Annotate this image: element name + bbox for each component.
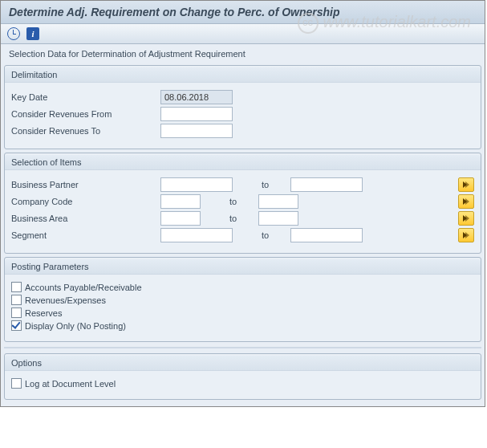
group-title: Posting Parameters	[5, 259, 481, 275]
checkbox-label: Revenues/Expenses	[25, 295, 106, 305]
multiple-selection-button[interactable]	[458, 228, 474, 242]
group-selection: Selection of Items Business PartnertoCom…	[4, 153, 481, 254]
key-date-field[interactable]	[160, 90, 233, 104]
group-options: Options Log at Document Level	[4, 353, 481, 400]
sel-to-field[interactable]	[258, 194, 298, 209]
sel-from-field[interactable]	[160, 211, 201, 226]
sel-label: Business Area	[11, 214, 156, 223]
to-label: to	[229, 214, 254, 223]
sel-from-field[interactable]	[160, 177, 233, 192]
rev-from-label: Consider Revenues From	[11, 109, 156, 119]
rev-to-field[interactable]	[160, 124, 233, 138]
checkbox[interactable]	[11, 320, 22, 331]
section-header: Selection Data for Determination of Adju…	[4, 46, 481, 62]
to-label: to	[262, 180, 286, 189]
checkbox-label: Display Only (No Posting)	[25, 321, 126, 331]
group-posting: Posting Parameters Accounts Payable/Rece…	[4, 257, 481, 342]
sel-label: Segment	[11, 230, 156, 240]
sel-from-field[interactable]	[160, 228, 233, 242]
key-date-label: Key Date	[11, 92, 156, 102]
sel-label: Business Partner	[11, 180, 156, 189]
multiple-selection-button[interactable]	[458, 177, 474, 192]
sel-to-field[interactable]	[290, 177, 363, 192]
sel-to-field[interactable]	[258, 211, 298, 226]
rev-to-label: Consider Revenues To	[11, 126, 156, 136]
sel-label: Company Code	[11, 197, 156, 206]
checkbox[interactable]	[11, 378, 22, 389]
info-icon[interactable]: i	[26, 27, 39, 40]
group-title: Selection of Items	[5, 155, 481, 170]
checkbox[interactable]	[11, 307, 22, 318]
to-label: to	[229, 197, 254, 206]
sel-to-field[interactable]	[290, 228, 363, 242]
checkbox[interactable]	[11, 295, 22, 305]
checkbox-label: Reserves	[25, 308, 62, 318]
checkbox-label: Log at Document Level	[25, 379, 116, 389]
divider	[4, 347, 481, 348]
multiple-selection-button[interactable]	[458, 194, 474, 209]
window-title: Determine Adj. Requirement on Change to …	[1, 1, 485, 24]
rev-from-field[interactable]	[160, 107, 233, 121]
group-delimitation: Delimitation Key Date Consider Revenues …	[4, 65, 481, 149]
to-label: to	[262, 230, 286, 240]
sel-from-field[interactable]	[160, 194, 201, 209]
checkbox[interactable]	[11, 282, 22, 292]
group-title: Delimitation	[5, 67, 481, 83]
multiple-selection-button[interactable]	[458, 211, 474, 226]
checkbox-label: Accounts Payable/Receivable	[25, 283, 142, 292]
toolbar: i	[1, 24, 485, 44]
group-title: Options	[5, 356, 481, 371]
execute-icon[interactable]	[7, 27, 20, 40]
